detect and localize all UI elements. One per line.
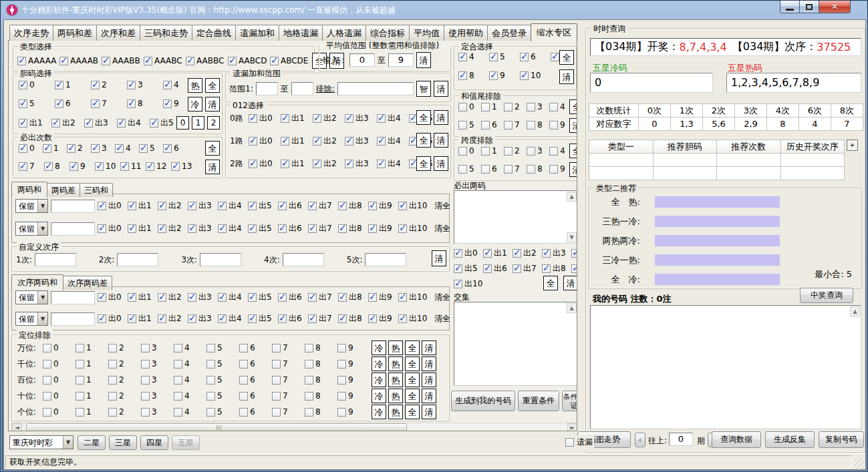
- checkbox[interactable]: [481, 147, 490, 156]
- checkbox[interactable]: [248, 293, 257, 302]
- periods-input[interactable]: 0: [669, 433, 693, 446]
- dinghe-checkbox-item[interactable]: 8: [458, 71, 489, 80]
- pos-filter-button[interactable]: 热: [388, 389, 403, 403]
- chu-checkbox-item[interactable]: 出3: [188, 223, 218, 234]
- chu-checkbox-item[interactable]: 出10: [398, 223, 432, 234]
- chu-checkbox-item[interactable]: 出6: [278, 313, 308, 324]
- main-tab[interactable]: 次序和差: [96, 25, 140, 41]
- dan-hot-button[interactable]: 热: [188, 78, 202, 93]
- dan-checkbox-item[interactable]: 7: [91, 99, 127, 108]
- checkbox[interactable]: [504, 121, 513, 130]
- checkbox[interactable]: [305, 392, 313, 401]
- pos-checkbox-item[interactable]: 5: [206, 359, 239, 369]
- checkbox[interactable]: [174, 408, 182, 417]
- pos-filter-button[interactable]: 清: [422, 405, 436, 419]
- checkbox[interactable]: [313, 137, 321, 146]
- chu-checkbox-item[interactable]: 出7: [308, 223, 338, 234]
- type-checkbox-item[interactable]: AABBC: [186, 56, 228, 65]
- pos-checkbox-item[interactable]: 8: [305, 407, 337, 417]
- checkbox[interactable]: [206, 360, 215, 369]
- reverse-set-button[interactable]: 生成反集: [765, 431, 815, 448]
- chu-checkbox-item[interactable]: 出6: [278, 200, 308, 212]
- chu-checkbox-item[interactable]: 出1: [128, 313, 158, 324]
- zero12-checkbox-item[interactable]: 出1: [281, 113, 313, 124]
- pos-filter-button[interactable]: 冷: [372, 340, 386, 355]
- checkbox[interactable]: [458, 165, 467, 174]
- hezhiwei-checkbox-item[interactable]: 4: [549, 102, 572, 111]
- custom-order-input[interactable]: [365, 253, 406, 266]
- checkbox[interactable]: [141, 344, 150, 352]
- dan-clear-button[interactable]: 清: [205, 97, 220, 111]
- checkbox[interactable]: [218, 224, 227, 233]
- checkbox[interactable]: [527, 121, 535, 130]
- checkbox[interactable]: [69, 162, 78, 171]
- zero12-row2-clear-button[interactable]: 清: [434, 156, 448, 171]
- bichu-clear-button[interactable]: 清: [205, 160, 220, 174]
- checkbox[interactable]: [377, 160, 386, 168]
- chu-checkbox-item[interactable]: 出5: [248, 200, 278, 212]
- pos-checkbox-item[interactable]: 8: [305, 343, 337, 352]
- checkbox[interactable]: [504, 165, 513, 174]
- checkbox[interactable]: [98, 293, 106, 302]
- scrollbar-thumb[interactable]: [26, 423, 407, 431]
- miss-exclude-input[interactable]: [337, 82, 414, 95]
- must-two-checkbox-item[interactable]: 出0: [454, 248, 483, 259]
- checkbox[interactable]: [158, 224, 166, 233]
- pos-checkbox-item[interactable]: 3: [141, 375, 174, 385]
- checkbox[interactable]: [458, 147, 467, 156]
- clear-all-links[interactable]: 清全: [434, 223, 450, 234]
- kuadu-checkbox-item[interactable]: 7: [504, 164, 527, 174]
- bichu-checkbox-item[interactable]: 1: [43, 144, 67, 153]
- checkbox[interactable]: [76, 392, 84, 401]
- checkbox[interactable]: [571, 249, 577, 258]
- checkbox[interactable]: [337, 344, 346, 352]
- checkbox[interactable]: [19, 144, 27, 153]
- copy-numbers-button[interactable]: 复制号码: [819, 431, 864, 448]
- two-code-input-1[interactable]: [51, 200, 95, 213]
- checkbox[interactable]: [59, 57, 68, 65]
- pos-filter-button[interactable]: 冷: [372, 373, 386, 387]
- checkbox[interactable]: [481, 103, 490, 111]
- checkbox[interactable]: [102, 57, 110, 65]
- avg-from-input[interactable]: 0: [349, 53, 375, 67]
- pos-checkbox-item[interactable]: 7: [272, 343, 305, 352]
- main-tab[interactable]: 缩水专区: [531, 23, 577, 41]
- pos-checkbox-item[interactable]: 7: [272, 391, 305, 401]
- kuadu-checkbox-item[interactable]: 5: [458, 164, 481, 174]
- checkbox[interactable]: [228, 57, 237, 65]
- dan-chu-checkbox-item[interactable]: 出1: [19, 117, 51, 129]
- pos-checkbox-item[interactable]: 4: [174, 343, 206, 352]
- pos-filter-button[interactable]: 冷: [372, 389, 386, 403]
- must-two-clear-button[interactable]: 清: [563, 276, 577, 290]
- checkbox[interactable]: [338, 314, 347, 323]
- dinghe-checkbox-item[interactable]: 5: [489, 52, 520, 61]
- prev-period-button[interactable]: ‹: [635, 433, 645, 447]
- must-two-checkbox-item[interactable]: 出1: [483, 248, 513, 259]
- main-tab[interactable]: 两码和差: [53, 25, 97, 41]
- hezhiwei-checkbox-item[interactable]: 9: [549, 120, 572, 130]
- chu-checkbox-item[interactable]: 出4: [218, 200, 248, 212]
- checkbox[interactable]: [239, 360, 248, 369]
- pos-checkbox-item[interactable]: 9: [337, 407, 370, 417]
- seq-code-tab[interactable]: 次序两码和: [11, 274, 63, 290]
- clear-all-links[interactable]: 清全: [434, 313, 450, 324]
- main-tab[interactable]: 综合指标: [366, 25, 410, 41]
- zero12-checkbox-item[interactable]: 出1: [281, 136, 313, 147]
- miss-toggle[interactable]: 遗漏: [565, 435, 594, 449]
- pos-checkbox-item[interactable]: 8: [305, 375, 337, 385]
- dan-2-button[interactable]: 2: [207, 116, 220, 130]
- checkbox[interactable]: [504, 103, 513, 111]
- pos-checkbox-item[interactable]: 3: [141, 343, 174, 352]
- checkbox[interactable]: [481, 121, 490, 130]
- checkbox[interactable]: [281, 114, 289, 123]
- checkbox[interactable]: [345, 137, 353, 146]
- checkbox[interactable]: [368, 293, 377, 302]
- bichu-all-button[interactable]: 全: [205, 141, 220, 156]
- chu-checkbox-item[interactable]: 出3: [188, 313, 218, 324]
- checkbox[interactable]: [281, 137, 289, 146]
- avg-clear-button[interactable]: 清: [416, 52, 431, 68]
- pos-checkbox-item[interactable]: 5: [206, 407, 239, 417]
- pos-checkbox-item[interactable]: 3: [141, 391, 174, 401]
- checkbox[interactable]: [239, 376, 248, 385]
- checkbox[interactable]: [549, 103, 558, 111]
